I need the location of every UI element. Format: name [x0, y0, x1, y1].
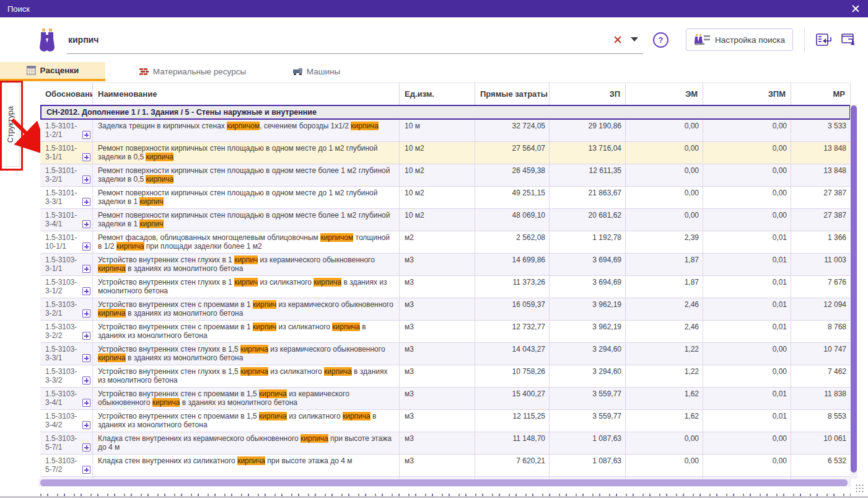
expand-plus-icon[interactable]	[82, 198, 90, 206]
expand-plus-icon[interactable]	[82, 399, 90, 407]
search-match-highlight: кирпича	[240, 345, 268, 353]
row-name: Ремонт поверхности кирпичных стен площад…	[93, 164, 400, 186]
row-code: 1.5-3103-3-2/2	[40, 321, 93, 342]
row-code: 1.5-3103-5-7/2	[40, 455, 93, 476]
row-unit: м3	[400, 321, 475, 342]
row-zp: 3 694,69	[550, 276, 626, 298]
table-row[interactable]: 1.5-3103-3-3/1Устройство внутренних стен…	[40, 343, 851, 365]
row-name: Устройство внутренних стен глухих в 1,5 …	[93, 343, 400, 365]
horizontal-scrollbar[interactable]	[38, 479, 851, 487]
table-row[interactable]: 1.5-3103-5-7/2Кладка стен внутренних из …	[40, 455, 851, 477]
row-zpm: 0,01	[703, 298, 791, 320]
row-direct-costs: 12 115,25	[475, 410, 550, 432]
expand-plus-icon[interactable]	[82, 376, 90, 385]
row-direct-costs: 14 043,27	[475, 343, 550, 365]
table-row[interactable]: 1.5-3103-3-3/2Устройство внутренних стен…	[40, 365, 851, 388]
table-row[interactable]: 1.5-3101-1-2/1Заделка трещин в кирпичных…	[40, 120, 851, 142]
dock-panel-button[interactable]	[813, 30, 835, 49]
search-field[interactable]: кирпич	[67, 25, 643, 54]
table-row[interactable]: 1.5-3101-3-3/1Ремонт поверхности кирпичн…	[40, 187, 851, 209]
row-mr: 6 532	[791, 455, 851, 476]
row-code: 1.5-3101-1-2/1	[40, 120, 93, 141]
column-header-5[interactable]: ЭМ	[626, 83, 703, 105]
row-zpm: 0,00	[703, 120, 791, 141]
search-input[interactable]: кирпич	[67, 35, 607, 45]
search-settings-button[interactable]: Настройка поиска	[686, 29, 793, 51]
clear-search-icon[interactable]	[613, 35, 622, 44]
search-match-highlight: кирпича	[351, 122, 379, 130]
row-zp: 1 192,78	[550, 231, 626, 253]
row-em: 2,46	[626, 298, 703, 320]
table-row[interactable]: 1.5-3103-3-2/1Устройство внутренних стен…	[40, 298, 851, 321]
expand-plus-icon[interactable]	[82, 466, 90, 474]
expand-plus-icon[interactable]	[82, 354, 90, 362]
column-header-1[interactable]: Наименование	[93, 83, 400, 105]
row-zpm: 0,01	[703, 276, 791, 298]
row-name: Устройство внутренних стен с проемами в …	[93, 298, 400, 320]
close-icon[interactable]	[851, 4, 861, 14]
tab-rates[interactable]: Расценки	[0, 62, 105, 81]
expand-plus-icon[interactable]	[82, 176, 90, 184]
row-zp: 3 294,60	[550, 365, 626, 387]
chevron-down-icon[interactable]	[631, 37, 638, 42]
expand-plus-icon[interactable]	[82, 131, 90, 139]
horizontal-scrollbar-thumb[interactable]	[40, 479, 848, 486]
expand-plus-icon[interactable]	[82, 421, 90, 429]
row-mr: 8 553	[791, 410, 851, 432]
search-match-highlight: кирпича	[146, 175, 173, 184]
expand-plus-icon[interactable]	[82, 220, 90, 228]
table-row[interactable]: 1.5-3101-3-4/1Ремонт поверхности кирпичн…	[40, 209, 851, 231]
expand-plus-icon[interactable]	[82, 287, 90, 295]
row-mr: 3 533	[791, 120, 851, 141]
row-code: 1.5-3103-3-1/2	[40, 276, 93, 298]
row-em: 0,00	[626, 209, 703, 231]
expand-plus-icon[interactable]	[82, 332, 90, 340]
table-row[interactable]: 1.5-3101-3-1/1Ремонт поверхности кирпичн…	[40, 142, 851, 164]
tab-machines[interactable]: Машины	[280, 62, 353, 81]
column-header-4[interactable]: ЗП	[550, 83, 626, 105]
search-match-highlight: кирпича	[324, 367, 352, 376]
tab-materials[interactable]: Материальные ресурсы	[105, 62, 280, 81]
column-header-6[interactable]: ЗПМ	[703, 83, 791, 105]
table-row[interactable]: 1.5-3103-3-4/1Устройство внутренних стен…	[40, 388, 851, 410]
vertical-scrollbar[interactable]	[850, 104, 857, 479]
column-header-2[interactable]: Ед.изм.	[400, 83, 475, 105]
expand-plus-icon[interactable]	[82, 242, 90, 251]
vertical-scrollbar-thumb[interactable]	[851, 105, 857, 473]
row-zpm: 0,01	[703, 254, 791, 275]
search-match-highlight: кирпича	[259, 412, 287, 420]
row-em: 2,39	[626, 231, 703, 253]
row-zp: 3 694,69	[550, 254, 626, 275]
expand-plus-icon[interactable]	[82, 153, 90, 161]
column-header-7[interactable]: МР	[791, 83, 851, 105]
expand-plus-icon[interactable]	[82, 265, 90, 273]
row-direct-costs: 11 373,26	[475, 276, 550, 298]
toolbar-divider	[804, 27, 805, 52]
structure-side-tab[interactable]: Структура	[1, 82, 20, 167]
help-icon[interactable]: ?	[653, 32, 669, 48]
table-row[interactable]: 1.5-3103-5-7/1Кладка стен внутренних из …	[40, 432, 851, 455]
table-row[interactable]: 1.5-3103-3-1/1Устройство внутренних стен…	[40, 254, 851, 276]
expand-plus-icon[interactable]	[82, 309, 90, 318]
row-mr: 13 848	[791, 164, 851, 186]
table-row[interactable]: 1.5-3101-10-1/1Ремонт фасадов, облицован…	[40, 231, 851, 254]
group-row[interactable]: СН-2012. Дополнение 1 / 1. Здания / 5 - …	[40, 105, 851, 120]
search-match-highlight: кирпича	[152, 398, 180, 407]
open-in-window-button[interactable]	[838, 30, 859, 49]
table-row[interactable]: 1.5-3103-3-4/2Устройство внутренних стен…	[40, 410, 851, 432]
row-em: 1,62	[626, 388, 703, 409]
table-row[interactable]: 1.5-3103-3-1/2Устройство внутренних стен…	[40, 276, 851, 298]
row-name: Ремонт поверхности кирпичных стен площад…	[93, 209, 400, 231]
column-header-0[interactable]: Обоснование	[40, 83, 93, 105]
expand-plus-icon[interactable]	[82, 443, 90, 451]
table-row[interactable]: 1.5-3103-3-2/2Устройство внутренних стен…	[40, 321, 851, 343]
column-header-3[interactable]: Прямые затраты	[475, 83, 550, 105]
table-row[interactable]: 1.5-3101-3-2/1Ремонт поверхности кирпичн…	[40, 164, 851, 187]
row-em: 0,00	[626, 120, 703, 141]
row-zp: 1 087,63	[550, 432, 626, 454]
results-table: ОбоснованиеНаименованиеЕд.изм.Прямые зат…	[40, 82, 851, 479]
resize-grip-icon[interactable]	[855, 484, 864, 493]
search-match-highlight: кирпича	[300, 434, 328, 443]
row-name: Кладка стен внутренних из керамического …	[93, 432, 400, 454]
row-direct-costs: 32 724,05	[475, 120, 550, 141]
